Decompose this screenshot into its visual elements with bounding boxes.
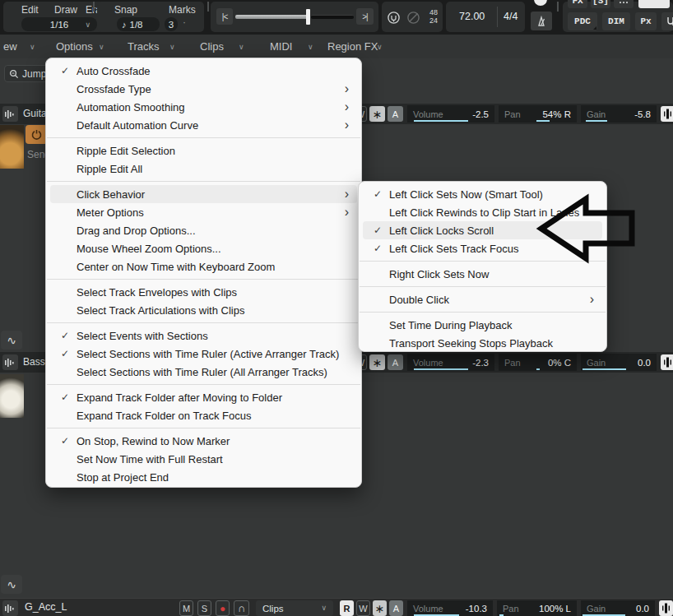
metronome-button[interactable] — [531, 12, 552, 30]
volume-widget[interactable]: Volume -2.5 — [407, 105, 494, 123]
fx-bypass-button[interactable]: ∗ — [369, 354, 385, 370]
chevron-down-icon[interactable]: ∨ — [308, 43, 313, 51]
read-automation-button[interactable]: R — [340, 600, 354, 616]
fx-button[interactable]: FX — [568, 0, 587, 8]
bit-depth-value: 24 — [425, 17, 438, 25]
waveform-icon[interactable] — [2, 354, 18, 370]
menu-item-auto-crossfade[interactable]: ✓Auto Crossfade — [50, 62, 357, 80]
track-name-bass[interactable]: Bass — [23, 356, 45, 368]
metronome-off-icon[interactable] — [406, 11, 420, 28]
pan-widget[interactable]: Pan 100% L — [497, 600, 577, 616]
archive-button[interactable]: A — [388, 106, 403, 122]
menu-item-expand-track-folder-after-moving-to-folder[interactable]: ✓Expand Track Folder after Moving to Fol… — [50, 388, 357, 406]
chevron-down-icon[interactable]: ∨ — [169, 43, 175, 51]
menu-item-label: Stop at Project End — [77, 471, 354, 484]
interleave-button[interactable] — [661, 106, 673, 122]
snap-dot-button[interactable]: · — [183, 16, 186, 28]
pdc-button[interactable]: PDC — [568, 12, 597, 30]
check-icon: ✓ — [363, 225, 389, 236]
chevron-down-icon[interactable]: ∨ — [239, 43, 244, 51]
track-power-button[interactable] — [26, 125, 48, 144]
menubar-options[interactable]: Options — [56, 40, 93, 53]
position-slider-track-left[interactable] — [235, 15, 309, 19]
meter-value[interactable]: 4/4 — [504, 11, 518, 22]
menu-item-ripple-edit-all[interactable]: Ripple Edit All — [50, 160, 357, 178]
menu-item-crossfade-type[interactable]: Crossfade Type› — [50, 80, 357, 98]
menu-item-meter-options[interactable]: Meter Options› — [50, 203, 357, 221]
fx-bypass-button[interactable]: ∗ — [369, 106, 385, 122]
menu-item-select-events-with-sections[interactable]: ✓Select Events with Sections — [50, 327, 357, 345]
px-button[interactable]: Px — [635, 12, 657, 30]
track-name-g-acc-l[interactable]: G_Acc_L — [25, 601, 67, 613]
menu-item-set-time-during-playback[interactable]: Set Time During Playback — [363, 316, 602, 334]
menu-item-right-click-sets-now[interactable]: Right Click Sets Now — [363, 265, 602, 283]
solo-button[interactable]: S — [197, 600, 211, 616]
edit-filter-dropdown[interactable]: Clips ∨ — [256, 600, 333, 616]
pan-widget[interactable]: Pan 54% R — [499, 105, 577, 123]
volume-widget[interactable]: Volume -2.3 — [407, 354, 494, 371]
menu-item-ripple-edit-selection[interactable]: Ripple Edit Selection — [50, 141, 357, 160]
menu-item-automation-smoothing[interactable]: Automation Smoothing› — [50, 98, 357, 116]
search-icon — [9, 69, 19, 79]
menu-item-click-behavior[interactable]: Click Behavior› — [50, 185, 357, 203]
clipped-edge-button[interactable] — [661, 12, 673, 30]
waveform-icon[interactable] — [2, 106, 18, 122]
position-slider-track-right[interactable] — [311, 15, 354, 19]
input-echo-headphones-button[interactable]: ∩ — [234, 600, 249, 616]
active-mode-button[interactable] — [638, 0, 670, 8]
menu-item-select-sections-with-time-ruler-active-arranger-track[interactable]: ✓Select Sections with Time Ruler (Active… — [50, 345, 357, 363]
interleave-button[interactable] — [659, 600, 673, 616]
mute-button[interactable]: M — [179, 600, 193, 616]
record-arm-button[interactable]: ● — [216, 600, 230, 616]
tempo-value[interactable]: 72.00 — [459, 11, 485, 22]
gain-widget[interactable]: Gain -5.8 — [581, 105, 657, 123]
menu-item-select-sections-with-time-ruler-all-arranger-tracks[interactable]: Select Sections with Time Ruler (All Arr… — [50, 363, 357, 381]
menubar-tracks[interactable]: Tracks — [128, 40, 160, 53]
input-echo-icon[interactable] — [387, 11, 401, 28]
draw-tool-button[interactable]: Draw — [54, 4, 77, 16]
edit-tool-button[interactable]: Edit — [21, 4, 39, 16]
menu-item-mouse-wheel-zoom-options[interactable]: Mouse Wheel Zoom Options... — [50, 239, 357, 257]
archive-button[interactable]: A — [388, 354, 403, 370]
menu-item-double-click[interactable]: Double Click› — [363, 290, 602, 308]
rewind-to-start-button[interactable]: |< — [216, 8, 233, 25]
snap-count-field[interactable]: 3 — [165, 17, 178, 31]
menu-item-on-stop-rewind-to-now-marker[interactable]: ✓On Stop, Rewind to Now Marker — [50, 432, 357, 450]
menubar-view[interactable]: ew — [3, 40, 17, 53]
envelope-mode-button[interactable]: ∿ — [1, 575, 22, 594]
menu-item-transport-seeking-stops-playback[interactable]: Transport Seeking Stops Playback — [363, 334, 602, 352]
menu-item-set-now-time-with-full-restart[interactable]: Set Now Time with Full Restart — [50, 450, 357, 468]
snap-value-dropdown[interactable]: ♪ 1/8 — [117, 17, 160, 31]
archive-button[interactable]: A — [389, 600, 403, 616]
track-name-guitar[interactable]: Guita — [23, 108, 47, 119]
dim-button[interactable]: DIM — [602, 12, 630, 30]
grid-resolution-dropdown[interactable]: 1/16 ∨ — [21, 17, 97, 31]
write-automation-button[interactable]: W — [356, 600, 370, 616]
forward-to-end-button[interactable]: >| — [356, 8, 374, 25]
fx-bypass-button[interactable]: ∗ — [373, 600, 387, 616]
chevron-down-icon[interactable]: ∨ — [30, 43, 35, 51]
menu-item-center-on-now-time-with-keyboard-zoom[interactable]: Center on Now Time with Keyboard Zoom — [50, 257, 357, 276]
menu-item-select-track-articulations-with-clips[interactable]: Select Track Articulations with Clips — [50, 301, 357, 319]
volume-widget[interactable]: Volume -10.3 — [407, 600, 493, 616]
menu-separator — [47, 384, 360, 385]
exclusive-solo-button[interactable]: [S] — [591, 0, 610, 8]
midi-icon-button[interactable] — [614, 0, 634, 8]
menubar-midi[interactable]: MIDI — [270, 40, 292, 53]
gain-widget[interactable]: Gain 0.0 — [581, 354, 657, 371]
interleave-button[interactable] — [661, 354, 673, 370]
envelope-mode-button[interactable]: ∿ — [1, 331, 22, 350]
chevron-down-icon[interactable]: ∨ — [377, 43, 383, 51]
menu-item-drag-and-drop-options[interactable]: Drag and Drop Options... — [50, 221, 357, 239]
menu-item-select-track-envelopes-with-clips[interactable]: Select Track Envelopes with Clips — [50, 283, 357, 301]
waveform-icon[interactable] — [2, 600, 18, 616]
menubar-region-fx[interactable]: Region FX — [327, 40, 378, 53]
gain-widget[interactable]: Gain 0.0 — [581, 600, 655, 616]
menubar-clips[interactable]: Clips — [200, 40, 224, 53]
menu-item-stop-at-project-end[interactable]: Stop at Project End — [50, 468, 357, 486]
menu-item-expand-track-folder-on-track-focus[interactable]: Expand Track Folder on Track Focus — [50, 406, 357, 424]
chevron-down-icon[interactable]: ∨ — [99, 43, 104, 51]
pan-widget[interactable]: Pan 0% C — [499, 354, 577, 371]
menu-item-default-automation-curve[interactable]: Default Automation Curve› — [50, 116, 357, 134]
position-slider-handle[interactable] — [306, 9, 310, 25]
